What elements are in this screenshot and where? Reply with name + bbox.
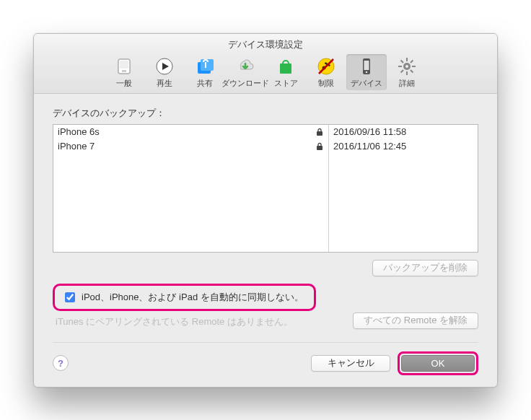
table-row[interactable]: iPhone 6s bbox=[53, 125, 328, 139]
svg-rect-18 bbox=[398, 66, 402, 67]
tab-sharing[interactable]: 共有 bbox=[185, 54, 225, 90]
svg-rect-26 bbox=[317, 146, 322, 150]
svg-rect-16 bbox=[406, 58, 408, 61]
ok-button[interactable]: OK bbox=[401, 355, 475, 372]
table-row[interactable]: iPhone 7 bbox=[53, 139, 328, 154]
general-icon bbox=[113, 56, 135, 77]
svg-rect-17 bbox=[406, 71, 408, 75]
download-icon bbox=[234, 56, 256, 77]
svg-rect-23 bbox=[410, 69, 413, 73]
remote-pair-status: iTunes にペアリングされている Remote はありません。 bbox=[56, 315, 353, 328]
svg-rect-22 bbox=[400, 59, 404, 63]
lock-icon bbox=[315, 128, 324, 136]
preferences-toolbar: 一般 再生 共有 ダウンロード bbox=[34, 54, 497, 94]
preferences-window: デバイス環境設定 一般 再生 共有 bbox=[33, 33, 498, 388]
svg-rect-25 bbox=[317, 131, 322, 136]
play-icon bbox=[154, 56, 175, 77]
tab-general[interactable]: 一般 bbox=[104, 54, 144, 90]
unpair-remotes-button[interactable]: すべての Remote を解除 bbox=[353, 312, 478, 329]
svg-rect-2 bbox=[120, 61, 128, 69]
svg-rect-13 bbox=[364, 61, 369, 70]
sharing-icon bbox=[194, 56, 216, 77]
svg-rect-1 bbox=[122, 70, 126, 72]
highlight-annotation: iPod、iPhone、および iPad を自動的に同期しない。 bbox=[53, 284, 316, 311]
backups-list[interactable]: iPhone 6s iPhone 7 2016/09/16 11:58 2016… bbox=[53, 124, 478, 253]
svg-rect-7 bbox=[280, 64, 291, 74]
device-icon bbox=[356, 56, 377, 77]
store-icon bbox=[275, 56, 297, 77]
restrictions-icon bbox=[315, 56, 337, 77]
svg-rect-19 bbox=[412, 66, 416, 67]
disable-auto-sync-label: iPod、iPhone、および iPad を自動的に同期しない。 bbox=[82, 291, 304, 304]
tab-restrictions[interactable]: 制限 bbox=[306, 54, 346, 90]
tab-label: デバイス bbox=[351, 79, 382, 89]
tab-store[interactable]: ストア bbox=[266, 54, 306, 90]
backup-date: 2016/09/16 11:58 bbox=[329, 125, 478, 139]
tab-label: ダウンロード bbox=[221, 79, 269, 89]
backups-label: デバイスのバックアップ： bbox=[53, 107, 478, 120]
tab-devices[interactable]: デバイス bbox=[346, 54, 387, 90]
svg-rect-21 bbox=[400, 69, 404, 73]
cancel-button[interactable]: キャンセル bbox=[311, 355, 390, 372]
tab-downloads[interactable]: ダウンロード bbox=[225, 54, 266, 90]
help-button[interactable]: ? bbox=[53, 355, 69, 371]
svg-point-24 bbox=[405, 65, 408, 68]
tab-label: ストア bbox=[274, 79, 298, 89]
gear-icon bbox=[396, 56, 418, 77]
tab-advanced[interactable]: 詳細 bbox=[387, 54, 427, 90]
svg-point-14 bbox=[366, 71, 368, 73]
delete-backup-button[interactable]: バックアップを削除 bbox=[372, 260, 478, 276]
lock-icon bbox=[315, 142, 324, 151]
tab-label: 共有 bbox=[197, 79, 213, 89]
tab-label: 制限 bbox=[318, 79, 334, 89]
backup-date: 2016/11/06 12:45 bbox=[329, 139, 478, 154]
tab-label: 一般 bbox=[116, 79, 132, 89]
window-title: デバイス環境設定 bbox=[34, 34, 497, 54]
disable-auto-sync-checkbox[interactable] bbox=[65, 292, 75, 302]
tab-label: 再生 bbox=[157, 79, 172, 89]
svg-rect-20 bbox=[410, 59, 413, 63]
tab-label: 詳細 bbox=[399, 79, 415, 89]
tab-playback[interactable]: 再生 bbox=[144, 54, 185, 90]
backup-name: iPhone 6s bbox=[58, 126, 315, 137]
backup-name: iPhone 7 bbox=[58, 141, 315, 152]
highlight-annotation: OK bbox=[398, 351, 478, 375]
